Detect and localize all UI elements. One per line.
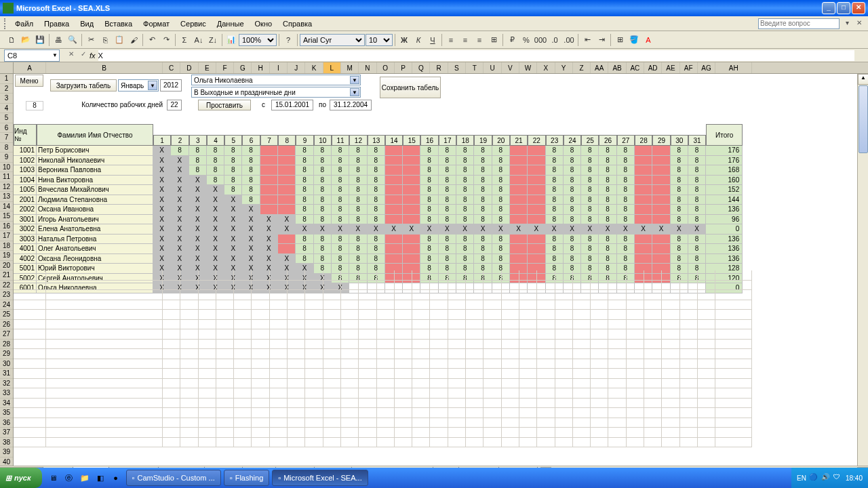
col-header[interactable]: D bbox=[180, 62, 198, 73]
cell-day[interactable]: 8 bbox=[564, 235, 581, 245]
cell-day[interactable]: 8 bbox=[546, 205, 564, 215]
cell-day[interactable]: 8 bbox=[439, 165, 456, 176]
tray-volume-icon[interactable]: 🔊 bbox=[821, 473, 831, 483]
cell-day[interactable]: X bbox=[242, 215, 260, 225]
redo-icon[interactable]: ↷ bbox=[159, 33, 173, 47]
cell-day[interactable]: X bbox=[171, 165, 189, 176]
cell-id[interactable]: 1004 bbox=[14, 176, 37, 186]
table-row[interactable]: 4001Олег АнатольевичXXXXXXX8888888888888… bbox=[14, 244, 743, 254]
col-header[interactable]: U bbox=[484, 62, 501, 73]
cell-day[interactable] bbox=[260, 205, 278, 215]
cell-day[interactable]: X bbox=[171, 205, 189, 215]
cell-day[interactable]: 8 bbox=[314, 244, 332, 254]
table-row[interactable]: 1002Николай НиколаевичXX8888888888888888… bbox=[14, 156, 743, 166]
col-header[interactable]: AG bbox=[698, 62, 715, 73]
cell-total[interactable]: 152 bbox=[706, 185, 743, 195]
cell-day[interactable]: 8 bbox=[546, 215, 564, 225]
cell-day[interactable]: 8 bbox=[456, 156, 474, 166]
cell-day[interactable]: X bbox=[224, 195, 242, 205]
ql-app2-icon[interactable]: ● bbox=[108, 470, 123, 485]
row-header[interactable]: 23 bbox=[0, 290, 13, 300]
cell-day[interactable]: X bbox=[171, 215, 189, 225]
cell-day[interactable]: 8 bbox=[439, 244, 456, 254]
cell-day[interactable]: 8 bbox=[207, 165, 224, 176]
cell-day[interactable]: X bbox=[242, 254, 260, 264]
language-indicator[interactable]: EN bbox=[797, 474, 806, 482]
cell-day[interactable]: 8 bbox=[599, 205, 616, 215]
cell-day[interactable]: 8 bbox=[368, 176, 385, 186]
print-icon[interactable]: 🖶 bbox=[52, 33, 65, 47]
tray-network-icon[interactable]: 🔵 bbox=[809, 473, 818, 483]
cell-day[interactable]: 8 bbox=[564, 156, 581, 166]
cell-day[interactable]: 8 bbox=[456, 176, 474, 186]
cell-day[interactable] bbox=[652, 146, 670, 156]
menu-Вид[interactable]: Вид bbox=[75, 18, 99, 29]
comma-icon[interactable]: 000 bbox=[534, 33, 547, 47]
bold-icon[interactable]: Ж bbox=[397, 33, 411, 47]
cell-day[interactable]: X bbox=[581, 224, 599, 235]
taskbar-item[interactable]: ▫Microsoft Excel - SEA... bbox=[272, 470, 368, 486]
cell-day[interactable] bbox=[403, 176, 420, 186]
row-header[interactable]: 22 bbox=[0, 281, 13, 291]
align-left-icon[interactable]: ≡ bbox=[444, 33, 458, 47]
cell-day[interactable]: X bbox=[153, 224, 171, 235]
row-header[interactable]: 39 bbox=[0, 447, 13, 458]
row-header[interactable]: 15 bbox=[0, 211, 13, 222]
cell-day[interactable] bbox=[635, 156, 652, 166]
cell-day[interactable] bbox=[635, 215, 652, 225]
cell-day[interactable]: 8 bbox=[332, 205, 349, 215]
cell-day[interactable]: 8 bbox=[581, 235, 599, 245]
cell-day[interactable]: 8 bbox=[296, 215, 313, 225]
row-header[interactable]: 24 bbox=[0, 300, 13, 310]
from-date-input[interactable]: 15.01.2001 bbox=[271, 100, 313, 110]
cell-day[interactable]: 8 bbox=[671, 254, 688, 264]
menu-Вставка[interactable]: Вставка bbox=[99, 18, 138, 29]
cell-id[interactable]: 3001 bbox=[14, 215, 37, 225]
cell-day[interactable]: 8 bbox=[349, 254, 367, 264]
cell-day[interactable]: 8 bbox=[546, 235, 564, 245]
cell-day[interactable] bbox=[528, 185, 545, 195]
cell-day[interactable]: 8 bbox=[581, 185, 599, 195]
open-icon[interactable]: 📂 bbox=[19, 33, 33, 47]
row-header[interactable]: 7 bbox=[0, 133, 13, 143]
row-header[interactable]: 6 bbox=[0, 123, 13, 134]
cell-day[interactable] bbox=[510, 165, 528, 176]
cell-day[interactable]: 8 bbox=[474, 235, 492, 245]
cell-day[interactable] bbox=[635, 176, 652, 186]
cell-day[interactable]: X bbox=[260, 254, 278, 264]
cell-day[interactable]: 8 bbox=[688, 165, 706, 176]
cell-day[interactable]: 8 bbox=[617, 156, 635, 166]
cell-total[interactable]: 176 bbox=[706, 146, 743, 156]
cell-day[interactable] bbox=[652, 176, 670, 186]
cell-day[interactable]: 8 bbox=[581, 205, 599, 215]
cell-day[interactable]: X bbox=[207, 205, 224, 215]
fx-icon[interactable]: fx bbox=[90, 52, 96, 60]
cell-day[interactable]: 8 bbox=[314, 235, 332, 245]
cell-day[interactable] bbox=[385, 146, 403, 156]
cell-day[interactable]: 8 bbox=[546, 185, 564, 195]
cell-day[interactable]: X bbox=[207, 215, 224, 225]
cell-day[interactable]: 8 bbox=[439, 156, 456, 166]
row-header[interactable]: 35 bbox=[0, 408, 13, 418]
vertical-scrollbar[interactable]: ▲ bbox=[857, 74, 868, 466]
table-row[interactable]: 3001Игорь АнатольевичXXXXXXXX88888888888… bbox=[14, 215, 743, 225]
cell-day[interactable]: X bbox=[153, 156, 171, 166]
cell-day[interactable]: 8 bbox=[546, 244, 564, 254]
cell-day[interactable]: 8 bbox=[581, 215, 599, 225]
cell-day[interactable]: X bbox=[171, 176, 189, 186]
table-row[interactable]: 1003Вероника ПавловнаXX88888888888888888… bbox=[14, 165, 743, 176]
cell-day[interactable]: X bbox=[617, 224, 635, 235]
cell-day[interactable] bbox=[385, 205, 403, 215]
cell-day[interactable]: 8 bbox=[456, 244, 474, 254]
ql-folder-icon[interactable]: 📁 bbox=[77, 470, 92, 485]
row-header[interactable]: 21 bbox=[0, 270, 13, 281]
cell-day[interactable]: X bbox=[171, 254, 189, 264]
cell-day[interactable] bbox=[260, 165, 278, 176]
cell-day[interactable]: 8 bbox=[492, 146, 510, 156]
cell-day[interactable]: X bbox=[242, 235, 260, 245]
col-header[interactable]: AD bbox=[644, 62, 662, 73]
cell-day[interactable]: 8 bbox=[688, 185, 706, 195]
copy-icon[interactable]: ⎘ bbox=[98, 33, 112, 47]
cell-day[interactable]: 8 bbox=[368, 185, 385, 195]
row-header[interactable]: 17 bbox=[0, 231, 13, 241]
